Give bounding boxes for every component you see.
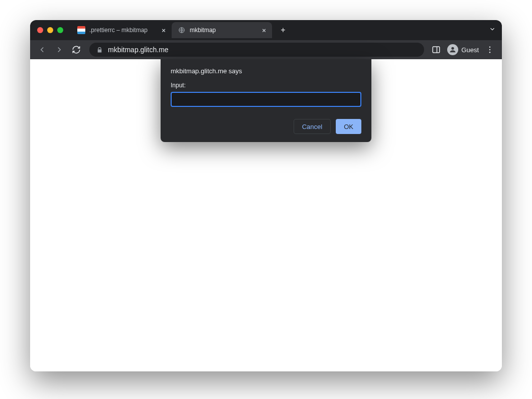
close-tab-icon[interactable]: × <box>260 26 268 34</box>
arrow-left-icon <box>38 45 47 54</box>
svg-point-3 <box>489 47 490 48</box>
window-close-button[interactable] <box>37 27 43 33</box>
tab-strip: .prettierrc – mkbitmap × mkbitmap × + <box>30 20 502 40</box>
close-tab-icon[interactable]: × <box>160 26 168 34</box>
side-panel-button[interactable] <box>430 44 442 56</box>
glitch-favicon-icon <box>77 26 85 34</box>
svg-point-5 <box>489 52 490 53</box>
reload-button[interactable] <box>69 43 83 57</box>
toolbar-right: Guest <box>430 44 497 56</box>
forward-button[interactable] <box>52 43 66 57</box>
new-tab-button[interactable]: + <box>276 23 290 37</box>
dialog-buttons: Cancel OK <box>171 119 361 134</box>
svg-point-4 <box>489 49 490 50</box>
tabs: .prettierrc – mkbitmap × mkbitmap × + <box>71 20 290 40</box>
lock-icon <box>96 47 103 53</box>
browser-menu-button[interactable] <box>484 44 496 56</box>
window-controls <box>37 27 63 33</box>
address-bar[interactable]: mkbitmap.glitch.me <box>89 43 424 57</box>
browser-window: .prettierrc – mkbitmap × mkbitmap × + <box>30 20 502 371</box>
tab-prettierrc[interactable]: .prettierrc – mkbitmap × <box>71 22 172 38</box>
dialog-input[interactable] <box>171 92 361 107</box>
tab-title: .prettierrc – mkbitmap <box>89 27 156 34</box>
profile-button[interactable]: Guest <box>447 44 479 55</box>
tab-mkbitmap[interactable]: mkbitmap × <box>172 22 272 38</box>
globe-favicon-icon <box>178 26 186 34</box>
window-zoom-button[interactable] <box>57 27 63 33</box>
page-viewport: mkbitmap.glitch.me says Input: Cancel OK <box>30 59 502 371</box>
arrow-right-icon <box>55 45 64 54</box>
back-button[interactable] <box>35 43 49 57</box>
tabs-overflow-button[interactable] <box>489 26 496 35</box>
panel-icon <box>432 45 441 54</box>
avatar-icon <box>447 44 458 55</box>
dialog-prompt-label: Input: <box>171 82 361 89</box>
toolbar: mkbitmap.glitch.me Guest <box>30 40 502 59</box>
js-prompt-dialog: mkbitmap.glitch.me says Input: Cancel OK <box>161 59 371 142</box>
tab-title: mkbitmap <box>190 27 256 34</box>
address-text: mkbitmap.glitch.me <box>108 46 169 54</box>
profile-label: Guest <box>461 46 479 54</box>
dialog-origin: mkbitmap.glitch.me says <box>171 67 361 75</box>
ok-button[interactable]: OK <box>336 119 361 134</box>
kebab-menu-icon <box>485 45 494 54</box>
reload-icon <box>72 45 81 54</box>
window-minimize-button[interactable] <box>47 27 53 33</box>
svg-rect-1 <box>433 47 440 53</box>
cancel-button[interactable]: Cancel <box>294 119 331 134</box>
